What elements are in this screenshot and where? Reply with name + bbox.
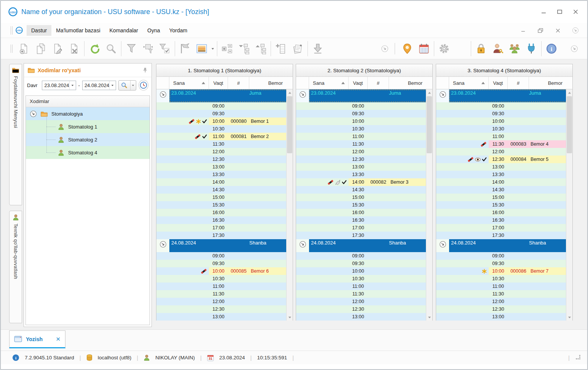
time-slot-row[interactable]: 12:30 <box>156 305 287 313</box>
column-header-number[interactable]: # <box>228 77 249 89</box>
column-header-bemor[interactable]: Bemor <box>249 77 293 89</box>
empty-time-slot[interactable]: 17:30 <box>209 232 287 239</box>
time-slot-row[interactable]: 10:30 <box>436 275 567 283</box>
time-slot-row[interactable]: 17:00 <box>156 224 287 232</box>
flag-button[interactable] <box>177 40 193 57</box>
empty-time-slot[interactable]: 17:00 <box>349 224 427 232</box>
empty-time-slot[interactable]: 14:30 <box>209 186 287 194</box>
scrollbar-thumb[interactable] <box>567 96 572 153</box>
date-header-bar[interactable]: 23.08.2024Juma <box>309 89 427 102</box>
empty-time-slot[interactable]: 14:30 <box>349 186 427 194</box>
time-slot-row[interactable]: 09:30 <box>156 110 287 118</box>
time-slot-row[interactable]: 10:30 <box>156 275 287 283</box>
copy-document-button[interactable] <box>32 40 49 57</box>
filter-columns-button[interactable] <box>140 40 156 57</box>
date-group-row[interactable]: 24.08.2024Shanba <box>436 239 567 252</box>
empty-time-slot[interactable]: 11:30 <box>349 140 427 148</box>
empty-time-slot[interactable]: 09:00 <box>209 102 287 110</box>
time-slot-row[interactable]: 10:00000086Bemor 7 <box>436 267 567 275</box>
appointment-entry[interactable]: 14:00000082Bemor 3 <box>349 178 427 186</box>
download-button[interactable] <box>309 40 326 57</box>
time-slot-row[interactable]: 16:30 <box>436 216 567 224</box>
vertical-scrollbar[interactable] <box>426 89 432 321</box>
time-slot-row[interactable]: 13:00 <box>156 313 287 321</box>
column-header-sana[interactable]: Sana <box>169 77 209 89</box>
menu-item-ma-lumotlar-bazasi[interactable]: Ma'lumotlar bazasi <box>51 25 105 36</box>
time-slot-row[interactable]: 09:30 <box>436 110 567 118</box>
empty-time-slot[interactable]: 16:00 <box>349 209 427 216</box>
time-slot-row[interactable]: 11:30 <box>156 290 287 298</box>
time-slot-row[interactable]: 16:30 <box>156 216 287 224</box>
empty-time-slot[interactable]: 09:30 <box>489 110 567 118</box>
empty-time-slot[interactable]: 11:00 <box>489 133 567 140</box>
time-slot-row[interactable]: 09:00 <box>156 252 287 260</box>
collapse-arrow-icon[interactable] <box>30 110 37 118</box>
time-slot-row[interactable]: 13:00 <box>296 313 427 321</box>
time-slot-row[interactable]: 14:30 <box>156 186 287 194</box>
time-slot-row[interactable]: 12:00 <box>436 148 567 156</box>
empty-time-slot[interactable]: 13:00 <box>349 163 427 171</box>
time-slot-row[interactable]: 11:30 <box>436 290 567 298</box>
time-slot-row[interactable]: 12:00 <box>296 148 427 156</box>
empty-time-slot[interactable]: 15:00 <box>209 194 287 201</box>
expand-cells-button[interactable] <box>219 40 236 57</box>
user-key-button[interactable] <box>489 40 506 57</box>
time-slot-row[interactable]: 14:00000082Bemor 3 <box>296 178 427 186</box>
empty-time-slot[interactable]: 12:00 <box>209 148 287 156</box>
image-preview-button[interactable] <box>193 40 210 57</box>
color-wheel-button[interactable] <box>453 40 469 57</box>
empty-time-slot[interactable]: 12:30 <box>209 156 287 163</box>
time-slot-row[interactable]: 09:30 <box>436 260 567 267</box>
time-slot-row[interactable]: 10:30 <box>296 125 427 133</box>
appointment-entry[interactable]: 10:00000080Bemor 1 <box>209 118 287 125</box>
empty-time-slot[interactable]: 15:30 <box>489 201 567 209</box>
collapse-indicator-cell[interactable] <box>156 89 169 102</box>
time-slot-row[interactable]: 12:30000084Bemor 5 <box>436 156 567 163</box>
users-group-button[interactable] <box>506 40 523 57</box>
time-slot-row[interactable]: 13:30 <box>436 171 567 178</box>
empty-time-slot[interactable]: 15:00 <box>489 194 567 201</box>
clock-button[interactable] <box>139 80 148 91</box>
empty-time-slot[interactable]: 09:00 <box>489 252 567 260</box>
time-slot-row[interactable]: 12:00 <box>156 298 287 305</box>
tree-node-employee[interactable]: Stomatolog 2 <box>26 133 150 146</box>
empty-time-slot[interactable]: 10:00 <box>489 118 567 125</box>
empty-time-slot[interactable]: 12:30 <box>489 305 567 313</box>
empty-time-slot[interactable]: 10:30 <box>349 275 427 283</box>
map-pin-button[interactable] <box>399 40 416 57</box>
empty-time-slot[interactable]: 12:30 <box>349 156 427 163</box>
date-to-combobox[interactable]: 24.08.2024 <box>82 81 116 90</box>
tab-yozish[interactable]: Yozish ✕ <box>9 330 65 348</box>
empty-time-slot[interactable]: 11:00 <box>349 283 427 290</box>
empty-time-slot[interactable]: 12:00 <box>489 148 567 156</box>
time-slot-row[interactable]: 13:00 <box>436 313 567 321</box>
menu-item-dastur[interactable]: Dastur <box>27 25 51 36</box>
time-slot-row[interactable]: 09:30 <box>296 260 427 267</box>
refresh-button[interactable] <box>86 40 103 57</box>
empty-time-slot[interactable]: 10:00 <box>349 267 427 275</box>
column-header-vaqt[interactable]: Vaqt <box>489 77 508 89</box>
time-slot-row[interactable]: 11:00 <box>436 133 567 140</box>
date-header-bar[interactable]: 23.08.2024Juma <box>449 89 567 102</box>
vertical-scrollbar[interactable] <box>566 89 572 321</box>
time-slot-row[interactable]: 10:00000085Bemor 6 <box>156 267 287 275</box>
column-header-number[interactable]: # <box>368 77 389 89</box>
empty-time-slot[interactable]: 13:00 <box>489 313 567 321</box>
time-slot-row[interactable]: 16:00 <box>296 209 427 216</box>
date-header-bar[interactable]: 24.08.2024Shanba <box>309 239 427 252</box>
collapse-arrow-icon[interactable] <box>439 91 446 98</box>
time-slot-row[interactable]: 14:30 <box>436 186 567 194</box>
mdi-minimize-icon[interactable] <box>516 25 529 36</box>
collapse-arrow-icon[interactable] <box>299 91 306 98</box>
empty-time-slot[interactable]: 16:30 <box>489 216 567 224</box>
empty-time-slot[interactable]: 13:30 <box>209 171 287 178</box>
time-slot-row[interactable]: 11:00 <box>296 283 427 290</box>
collapse-arrow-icon[interactable] <box>159 91 167 98</box>
time-slot-row[interactable]: 14:00 <box>156 178 287 186</box>
close-icon[interactable] <box>569 6 582 17</box>
collapse-arrow-icon[interactable] <box>159 241 167 248</box>
empty-time-slot[interactable]: 13:30 <box>349 171 427 178</box>
empty-time-slot[interactable]: 12:30 <box>349 305 427 313</box>
empty-time-slot[interactable]: 12:30 <box>209 305 287 313</box>
time-slot-row[interactable]: 11:30 <box>296 290 427 298</box>
